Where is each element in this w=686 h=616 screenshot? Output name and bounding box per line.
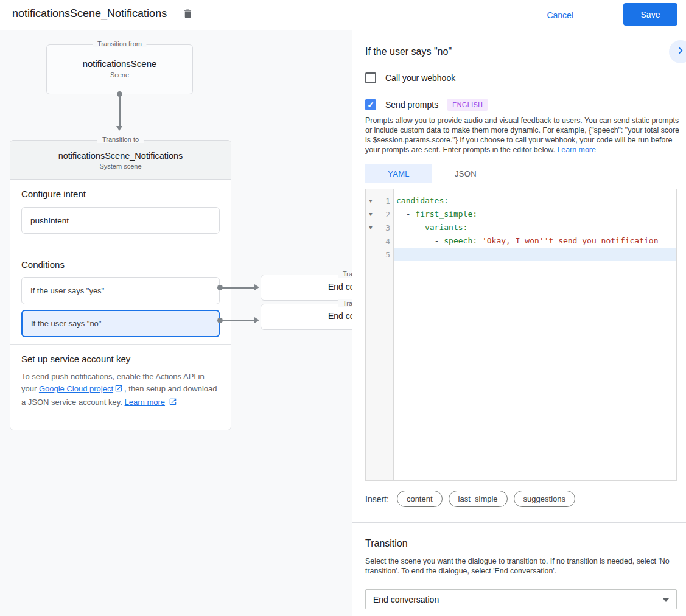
top-header: notificationsScene_Notifications Cancel …: [0, 0, 686, 30]
trash-icon: [182, 8, 194, 22]
save-button[interactable]: Save: [623, 3, 677, 26]
transition-select[interactable]: End conversation: [365, 589, 677, 609]
configure-intent-section: Configure intent pushIntent: [10, 180, 231, 250]
dropdown-caret-icon: [663, 598, 669, 602]
connector-line: [119, 94, 121, 126]
line-number: 3: [376, 223, 393, 233]
call-webhook-row[interactable]: Call your webhook: [365, 72, 455, 83]
insert-chips-row: Insert: content last_simple suggestions: [365, 491, 581, 507]
conditions-section: Conditions If the user says "yes" If the…: [10, 250, 231, 344]
external-link-icon[interactable]: [169, 397, 177, 410]
learn-more-link[interactable]: Learn more: [125, 397, 165, 407]
connector-arrowhead-icon: [254, 284, 259, 290]
external-link-icon[interactable]: [114, 384, 123, 396]
service-account-heading: Set up service account key: [21, 354, 220, 364]
webhook-label: Call your webhook: [385, 73, 455, 83]
transition-heading: Transition: [365, 538, 408, 549]
transition-from-node[interactable]: Transition from notificationsScene Scene: [46, 44, 193, 94]
section-divider: [352, 522, 686, 523]
google-cloud-project-link[interactable]: Google Cloud project: [39, 384, 113, 393]
transition-from-label: Transition from: [93, 40, 147, 47]
fold-arrow-icon[interactable]: ▼: [366, 225, 376, 231]
fold-arrow-icon[interactable]: ▼: [366, 198, 376, 204]
editor-gutter: ▼1 ▼2 ▼3 4 5: [366, 189, 394, 480]
code-line-active: [394, 248, 676, 261]
configure-intent-heading: Configure intent: [21, 189, 220, 199]
collapse-panel-button[interactable]: [669, 40, 686, 63]
code-line: - speech: 'Okay, I won''t send you notif…: [394, 234, 676, 248]
code-line: candidates:: [394, 194, 676, 208]
from-scene-name: notificationsScene: [47, 58, 192, 69]
scene-canvas: Transition from notificationsScene Scene…: [0, 30, 686, 616]
condition-item-yes[interactable]: If the user says "yes": [21, 277, 220, 304]
insert-label: Insert:: [365, 494, 389, 504]
from-scene-type: Scene: [47, 71, 192, 79]
prompts-learn-more-link[interactable]: Learn more: [557, 145, 595, 154]
send-prompts-checkbox[interactable]: ✓: [365, 99, 376, 110]
tab-json[interactable]: JSON: [432, 164, 499, 183]
webhook-checkbox[interactable]: [365, 72, 376, 83]
insert-chip-content[interactable]: content: [397, 491, 443, 507]
panel-title: If the user says "no": [365, 46, 452, 57]
tab-yaml[interactable]: YAML: [365, 164, 432, 183]
send-prompts-label: Send prompts: [385, 100, 438, 110]
transition-to-label: Transition to: [97, 136, 144, 143]
conditions-heading: Conditions: [21, 259, 220, 270]
intent-field[interactable]: pushIntent: [21, 207, 220, 234]
connector-arrowhead-icon: [116, 126, 122, 131]
connector-line: [220, 320, 256, 321]
send-prompts-row[interactable]: ✓ Send prompts ENGLISH: [365, 99, 488, 111]
connector-line: [220, 287, 256, 289]
line-number: 4: [376, 237, 393, 246]
scene-title: notificationsScene_Notifications: [12, 7, 167, 20]
scene-node-type: System scene: [10, 163, 231, 170]
scene-node-name: notificationsScene_Notifications: [10, 151, 231, 161]
line-number: 5: [376, 250, 393, 259]
yaml-code-editor[interactable]: ▼1 ▼2 ▼3 4 5 candidates: - first_simple:…: [365, 189, 677, 481]
transition-select-value: End conversation: [373, 595, 439, 604]
service-account-text: To send push notifications, enable the A…: [21, 371, 220, 418]
editor-code-area[interactable]: candidates: - first_simple: variants: - …: [394, 189, 676, 480]
condition-detail-panel: If the user says "no" Call your webhook …: [352, 30, 686, 616]
prompts-description-text: Prompts allow you to provide audio and v…: [365, 116, 679, 154]
line-number: 2: [376, 210, 393, 219]
line-number: 1: [376, 197, 393, 206]
scene-node-header[interactable]: notificationsScene_Notifications System …: [10, 141, 231, 180]
chevron-right-icon: [674, 44, 686, 60]
transition-description: Select the scene you want the dialogue t…: [365, 556, 677, 576]
insert-chip-suggestions[interactable]: suggestions: [514, 491, 575, 507]
fold-arrow-icon[interactable]: ▼: [366, 211, 376, 217]
connector-arrowhead-icon: [254, 317, 259, 323]
service-account-section: Set up service account key To send push …: [10, 344, 231, 430]
condition-item-no[interactable]: If the user says "no": [21, 310, 220, 337]
insert-chip-last-simple[interactable]: last_simple: [449, 491, 508, 507]
code-line: - first_simple:: [394, 208, 676, 221]
cancel-button[interactable]: Cancel: [541, 7, 579, 24]
language-badge: ENGLISH: [447, 99, 488, 111]
transition-to-node: Transition to notificationsScene_Notific…: [10, 140, 231, 430]
delete-scene-button[interactable]: [180, 7, 195, 22]
code-line: variants:: [394, 221, 676, 234]
prompts-description: Prompts allow you to provide audio and v…: [365, 116, 681, 155]
editor-format-tabs: YAML JSON: [365, 164, 499, 183]
